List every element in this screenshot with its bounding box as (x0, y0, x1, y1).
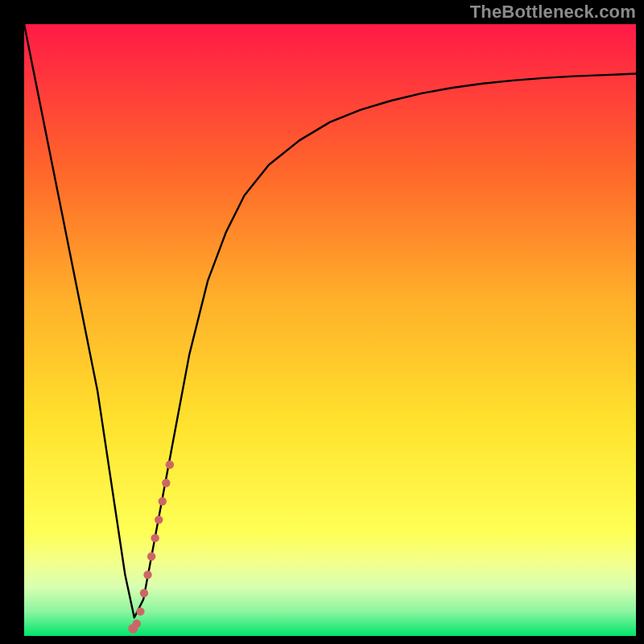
plot-area (24, 24, 636, 636)
marker-dot (155, 515, 163, 523)
marker-dot (162, 479, 170, 487)
watermark-text: TheBottleneck.com (470, 2, 636, 23)
outer-frame: TheBottleneck.com (0, 0, 644, 644)
marker-dot (140, 589, 148, 597)
marker-dot (159, 497, 167, 506)
marker-dot (136, 607, 144, 615)
marker-dot (143, 571, 151, 579)
marker-dot (151, 534, 159, 542)
marker-dot (147, 552, 155, 560)
chart-svg (24, 24, 636, 636)
marker-dot (133, 620, 141, 628)
marker-dot (166, 460, 174, 469)
gradient-background (24, 24, 636, 636)
